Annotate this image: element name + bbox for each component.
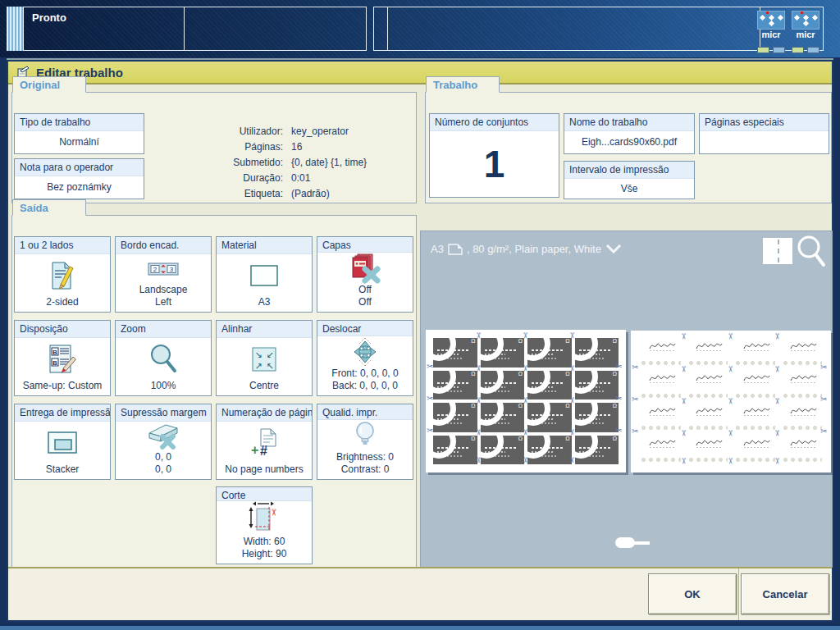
crop-mark-scissors-icon: ✂ xyxy=(726,333,734,340)
handle-icon[interactable] xyxy=(615,537,651,549)
material-tile[interactable]: Material A3 xyxy=(216,236,313,313)
align-center-icon: ↘↙↗↖ xyxy=(250,338,278,380)
svg-text:↖: ↖ xyxy=(266,361,273,371)
crop-mark-scissors-icon: ✂ xyxy=(521,457,529,463)
job-user: key_operator xyxy=(291,126,408,138)
media-dropdown[interactable]: A3 , 80 g/m², Plain paper, White xyxy=(431,243,622,255)
svg-text:3: 3 xyxy=(170,266,174,273)
tab-original[interactable]: Original xyxy=(12,76,86,93)
preview-card-front: Ω xyxy=(433,338,477,368)
operator-note-tile[interactable]: Nota para o operador Bez poznámky xyxy=(14,158,144,199)
layout-icon: BB xyxy=(47,338,78,380)
micr-status-lights xyxy=(792,47,819,53)
crop-mark-scissors-icon: ✂ xyxy=(521,332,529,339)
crop-mark-scissors-icon: ✂ xyxy=(521,365,529,372)
preview-card-front: Ω xyxy=(575,371,619,400)
crop-mark-scissors-icon: ✂ xyxy=(474,332,482,339)
micr-label: micr xyxy=(757,30,785,39)
ok-button[interactable]: OK xyxy=(648,573,737,614)
crop-mark-scissors-icon: ✂ xyxy=(568,397,576,404)
crop-mark-scissors-icon: ✂ xyxy=(726,458,734,464)
crop-mark-scissors-icon: ✂ xyxy=(568,429,576,436)
page-numbers-tile[interactable]: Numeração de páginas +# No page numbers xyxy=(216,404,313,480)
two-sided-icon xyxy=(50,254,75,296)
zoom-tile[interactable]: Zoom 100% xyxy=(115,320,212,396)
preview-card-back xyxy=(780,404,824,432)
crop-mark-scissors-icon: ✂ xyxy=(679,430,687,436)
spread-view-icon[interactable] xyxy=(763,238,792,264)
shift-icon xyxy=(349,336,381,368)
delivery-tile[interactable]: Entrega de impressão Stacker xyxy=(14,404,111,480)
job-name-value: Eigh...cards90x60.pdf xyxy=(582,136,677,148)
preview-card-back xyxy=(733,436,777,464)
number-of-sets-tile[interactable]: Número de conjuntos 1 xyxy=(429,113,559,198)
magnifier-icon[interactable] xyxy=(796,235,827,272)
margin-suppress-icon xyxy=(146,422,180,451)
preview-card-back xyxy=(780,339,824,368)
status-panel-divider xyxy=(184,7,185,50)
binding-edge-icon: 23 xyxy=(148,254,179,284)
svg-text:2: 2 xyxy=(153,266,158,273)
sides-tile[interactable]: 1 ou 2 lados 2-sided xyxy=(14,236,111,313)
crop-mark-scissors-icon: ✂ xyxy=(773,333,781,340)
job-info: Utilizador:key_operator Páginas:16 Subme… xyxy=(160,126,408,200)
status-panel-right: micr micr xyxy=(373,7,824,51)
svg-text:↘: ↘ xyxy=(254,349,262,359)
edit-job-dialog: Editar trabalho Original Tipo de trabalh… xyxy=(7,60,833,622)
material-icon xyxy=(249,254,279,296)
preview-card-front: Ω xyxy=(527,403,572,432)
status-panel-left: Pronto xyxy=(23,7,367,51)
crop-mark-scissors-icon: ✂ xyxy=(568,457,576,463)
preview-card-back xyxy=(780,371,824,399)
media-size: A3 xyxy=(431,243,444,255)
media-details: , 80 g/m², Plain paper, White xyxy=(467,243,601,255)
preview-card-back xyxy=(638,404,682,432)
job-type-tile[interactable]: Tipo de trabalho Normální xyxy=(14,113,144,154)
preview-card-front: Ω xyxy=(527,338,572,368)
crop-mark-scissors-icon: ✂ xyxy=(427,427,433,435)
number-of-sets-value: 1 xyxy=(484,142,505,186)
crop-mark-scissors-icon: ✂ xyxy=(474,365,482,372)
binding-edge-tile[interactable]: Bordo encad. 23 LandscapeLeft xyxy=(115,236,212,313)
crop-mark-scissors-icon: ✂ xyxy=(474,429,482,436)
layout-tile[interactable]: Disposição BB Same-up: Custom xyxy=(14,320,111,396)
crop-mark-scissors-icon: ✂ xyxy=(820,363,827,372)
special-pages-tile[interactable]: Páginas especiais xyxy=(699,113,829,154)
trim-tile[interactable]: Corte ✂ Width: 60Height: 90 xyxy=(216,486,313,564)
print-quality-icon xyxy=(353,420,377,451)
tab-saida[interactable]: Saída xyxy=(12,199,86,216)
preview-card-front: Ω xyxy=(481,436,525,465)
svg-text:↗: ↗ xyxy=(254,361,262,371)
crop-mark-scissors-icon: ✂ xyxy=(679,458,687,464)
crop-mark-scissors-icon: ✂ xyxy=(568,332,576,339)
micr-icon xyxy=(757,11,785,30)
preview-card-front: Ω xyxy=(433,436,477,465)
operator-note-value: Bez poznámky xyxy=(47,181,112,194)
preview-card-back xyxy=(733,339,777,368)
job-name-tile[interactable]: Nome do trabalho Eigh...cards90x60.pdf xyxy=(564,113,695,154)
stacker-icon xyxy=(46,422,79,463)
tab-trabalho[interactable]: Trabalho xyxy=(426,76,500,93)
micr-icon xyxy=(792,11,819,30)
job-label: (Padrão) xyxy=(291,188,408,200)
preview-card-back xyxy=(638,371,682,399)
preview-card-front: Ω xyxy=(481,371,525,400)
zoom-icon xyxy=(148,338,178,380)
group-trabalho: Trabalho Número de conjuntos 1 Nome do t… xyxy=(425,92,832,203)
crop-mark-scissors-icon: ✂ xyxy=(615,363,622,371)
crop-mark-scissors-icon: ✂ xyxy=(427,395,433,403)
preview-card-back xyxy=(686,371,730,399)
svg-text:↙: ↙ xyxy=(266,349,273,359)
align-tile[interactable]: Alinhar ↘↙↗↖ Centre xyxy=(216,320,313,396)
print-range-tile[interactable]: Intervalo de impressão Vše xyxy=(564,161,695,199)
print-range-value: Vše xyxy=(621,183,638,195)
margin-suppress-tile[interactable]: Supressão margem 0, 00, 0 xyxy=(115,404,212,480)
print-preview-panel: A3 , 80 g/m², Plain paper, White ΩΩΩΩΩΩΩ… xyxy=(420,231,833,568)
shift-tile[interactable]: Deslocar Front: 0, 0, 0, 0Back: 0, 0, 0,… xyxy=(317,320,413,396)
preview-card-front: Ω xyxy=(481,403,525,432)
preview-card-back xyxy=(733,371,777,399)
print-quality-tile[interactable]: Qualid. impr. Brightness: 0Contrast: 0 xyxy=(317,404,413,480)
cancel-button[interactable]: Cancelar xyxy=(741,573,829,614)
svg-text:B: B xyxy=(52,348,57,355)
covers-tile[interactable]: Capas OffOff xyxy=(317,236,413,313)
